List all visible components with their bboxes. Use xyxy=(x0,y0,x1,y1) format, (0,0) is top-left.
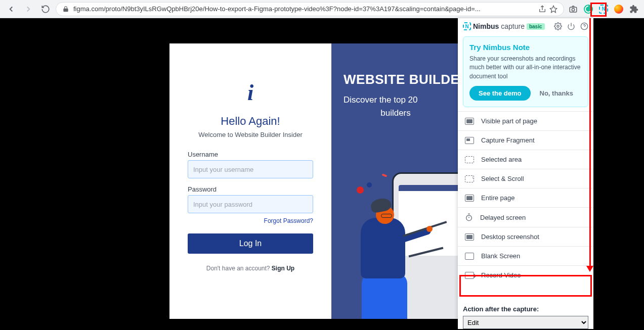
lock-icon xyxy=(62,6,69,13)
option-label: Desktop screenshot xyxy=(481,233,539,241)
panel-logo-text: Nimbus capture xyxy=(473,22,525,30)
promo-card: Try Nimbus Note Share your screenshots a… xyxy=(463,36,588,107)
option-label: Delayed screen xyxy=(480,214,526,221)
action-after-section: Action after the capture: Edit xyxy=(458,301,593,329)
no-thanks-link[interactable]: No, thanks xyxy=(540,89,573,97)
browser-toolbar: figma.com/proto/N9bt3yILsRGwQpbHBrj20e/H… xyxy=(0,0,644,18)
see-demo-button[interactable]: See the demo xyxy=(469,86,531,101)
reload-button[interactable] xyxy=(38,2,53,16)
hero-pane: WEBSITE BUILDER Discover the top 20 buil… xyxy=(331,43,458,319)
black-bar-right xyxy=(593,18,644,330)
option-delayed-screen[interactable]: Delayed screen xyxy=(458,207,593,227)
forward-button[interactable] xyxy=(21,2,35,16)
page-content: i Hello Again! Welcome to Website Builde… xyxy=(0,18,644,330)
delayed-icon xyxy=(465,213,473,221)
gear-icon[interactable] xyxy=(554,22,562,30)
svg-point-2 xyxy=(557,25,559,27)
star-icon[interactable] xyxy=(549,5,557,13)
plan-badge: basic xyxy=(527,23,545,30)
hero-title: WEBSITE BUILDER xyxy=(344,72,448,87)
capture-options: Visible part of page Capture Fragment Se… xyxy=(458,111,593,301)
extension-icons: N xyxy=(567,3,640,15)
option-blank-screen[interactable]: Blank Screen xyxy=(458,246,593,265)
blank-icon xyxy=(465,253,474,260)
signup-link[interactable]: Sign Up xyxy=(272,265,294,272)
login-pane: i Hello Again! Welcome to Website Builde… xyxy=(169,43,331,319)
nimbus-logo-icon: N xyxy=(463,22,471,30)
logo-icon: i xyxy=(247,80,253,106)
visible-part-icon xyxy=(465,118,474,125)
password-input[interactable] xyxy=(188,195,313,213)
option-record-video[interactable]: Record Video xyxy=(458,265,593,285)
hero-illustration xyxy=(336,157,458,319)
desktop-icon xyxy=(465,233,474,241)
login-heading: Hello Again! xyxy=(221,115,280,128)
extensions-menu-icon[interactable] xyxy=(628,3,640,15)
selected-area-icon xyxy=(465,156,474,163)
username-field-wrap: Username xyxy=(188,151,313,178)
url-text: figma.com/proto/N9bt3yILsRGwQpbHBrj20e/H… xyxy=(73,5,534,13)
hero-sub-line2: builders xyxy=(344,107,448,120)
forgot-password-link[interactable]: Forgot Password? xyxy=(264,217,313,224)
camera-extension-icon[interactable] xyxy=(567,3,579,15)
option-entire-page[interactable]: Entire page xyxy=(458,188,593,207)
back-button[interactable] xyxy=(4,2,18,16)
option-label: Selected area xyxy=(481,156,522,163)
video-icon xyxy=(465,272,474,279)
option-label: Capture Fragment xyxy=(481,136,535,144)
url-bar[interactable]: figma.com/proto/N9bt3yILsRGwQpbHBrj20e/H… xyxy=(56,2,564,16)
select-scroll-icon xyxy=(465,175,474,182)
firefox-extension-icon[interactable] xyxy=(613,3,625,15)
svg-point-1 xyxy=(572,8,574,11)
option-desktop-screenshot[interactable]: Desktop screenshot xyxy=(458,227,593,246)
promo-text: Share your screenshots and recordings mu… xyxy=(469,55,582,81)
option-label: Blank Screen xyxy=(481,252,520,260)
password-field-wrap: Password xyxy=(188,185,313,213)
hero-sub-line1: Discover the top 20 xyxy=(344,93,448,107)
fragment-icon xyxy=(465,137,474,144)
username-label: Username xyxy=(188,151,313,158)
action-after-label: Action after the capture: xyxy=(463,305,588,313)
username-input[interactable] xyxy=(188,160,313,178)
option-label: Visible part of page xyxy=(481,117,537,125)
option-selected-area[interactable]: Selected area xyxy=(458,150,593,169)
entire-page-icon xyxy=(465,195,474,202)
option-label: Record Video xyxy=(481,271,521,279)
action-after-select[interactable]: Edit xyxy=(463,316,588,329)
grammarly-extension-icon[interactable] xyxy=(582,3,594,15)
no-account-text: Don't have an account? xyxy=(206,265,272,272)
option-label: Entire page xyxy=(481,194,515,202)
figma-prototype: i Hello Again! Welcome to Website Builde… xyxy=(169,43,458,319)
option-capture-fragment[interactable]: Capture Fragment xyxy=(458,130,593,150)
password-label: Password xyxy=(188,185,313,193)
svg-rect-0 xyxy=(570,7,577,12)
help-icon[interactable] xyxy=(580,22,588,30)
power-icon[interactable] xyxy=(567,22,575,30)
login-subheading: Welcome to Website Builder Insider xyxy=(198,131,302,138)
panel-logo: N Nimbus capture basic xyxy=(463,22,545,30)
signup-row: Don't have an account? Sign Up xyxy=(206,265,294,272)
option-select-scroll[interactable]: Select & Scroll xyxy=(458,169,593,188)
nimbus-panel: N Nimbus capture basic Try Nimbus Note S… xyxy=(458,18,593,329)
option-label: Select & Scroll xyxy=(481,175,524,182)
promo-title: Try Nimbus Note xyxy=(469,43,582,52)
option-visible-part[interactable]: Visible part of page xyxy=(458,111,593,130)
panel-header: N Nimbus capture basic xyxy=(458,18,593,34)
share-icon[interactable] xyxy=(538,5,546,13)
nimbus-extension-icon[interactable]: N xyxy=(597,3,610,15)
login-button[interactable]: Log In xyxy=(188,233,313,254)
